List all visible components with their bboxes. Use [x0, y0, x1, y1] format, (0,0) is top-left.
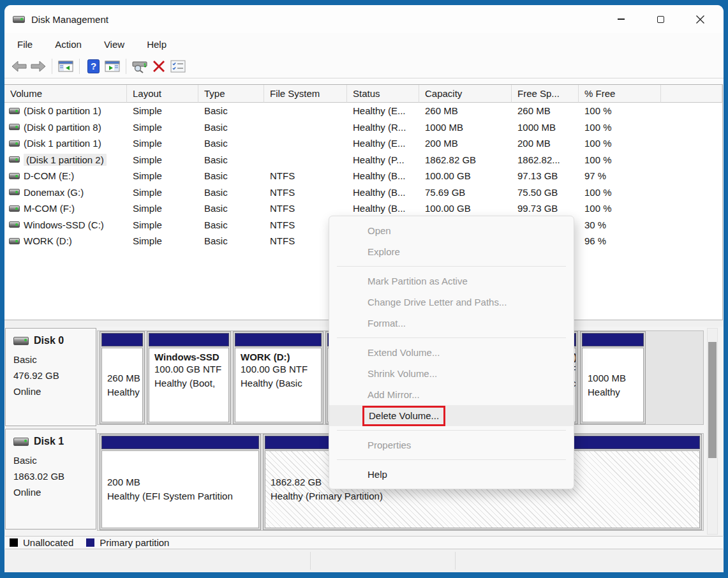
properties-list-button[interactable]: [168, 57, 188, 75]
menu-help[interactable]: Help: [138, 36, 175, 52]
toolbar-separator: [126, 59, 126, 74]
column-header-capacity[interactable]: Capacity: [419, 85, 512, 103]
app-disk-icon: [13, 16, 25, 23]
volume-icon: [9, 156, 20, 163]
table-row[interactable]: M-COM (F:) Simple Basic NTFS Healthy (B.…: [4, 200, 722, 217]
close-icon: [695, 15, 705, 24]
volume-icon: [9, 238, 20, 244]
menu-item-open: Open: [329, 220, 574, 241]
disk0-size: 476.92 GB: [13, 367, 96, 383]
disk0-status: Online: [13, 383, 96, 399]
menu-item-explore: Explore: [329, 241, 574, 262]
column-header-type[interactable]: Type: [198, 85, 264, 103]
disk0-name: Disk 0: [34, 335, 64, 346]
partition-disk0-p1[interactable]: 260 MB Healthy: [100, 331, 145, 424]
partition-disk0-recovery[interactable]: 1000 MB Healthy: [580, 331, 646, 424]
disk-search-icon: [131, 60, 149, 73]
partition-windows-ssd[interactable]: Windows-SSD 100.00 GB NTF Healthy (Boot,: [147, 331, 231, 424]
partition-work-d[interactable]: WORK (D:) 100.00 GB NTF Healthy (Basic: [233, 331, 323, 424]
primary-partition-bar: [101, 333, 143, 346]
forward-icon: [30, 60, 47, 73]
disk-search-button[interactable]: [130, 57, 149, 75]
volume-icon: [9, 108, 20, 114]
column-header-freespace[interactable]: Free Sp...: [512, 85, 579, 103]
minimize-icon: [618, 19, 625, 20]
menu-item-add-mirror: Add Mirror...: [329, 384, 574, 405]
red-annotation-box: Delete Volume...: [362, 406, 445, 426]
partition-disk1-efi[interactable]: 200 MB Healthy (EFI System Partition: [100, 434, 261, 530]
scrollbar-thumb[interactable]: [708, 342, 717, 458]
volume-list-header: Volume Layout Type File System Status Ca…: [4, 85, 722, 103]
back-icon: [11, 60, 27, 73]
table-row[interactable]: (Disk 0 partition 1) Simple Basic Health…: [4, 103, 722, 119]
primary-partition-bar: [582, 333, 644, 346]
column-header-volume[interactable]: Volume: [4, 85, 127, 103]
column-header-status[interactable]: Status: [347, 85, 419, 103]
primary-partition-bar: [101, 436, 259, 449]
volume-icon: [9, 221, 20, 228]
column-header-layout[interactable]: Layout: [127, 85, 198, 103]
table-row-selected[interactable]: (Disk 1 partition 2) Simple Basic Health…: [4, 152, 722, 168]
menu-item-properties: Properties: [329, 434, 574, 456]
menu-item-change-drive-letter: Change Drive Letter and Paths...: [329, 292, 574, 313]
disk-pane-scrollbar[interactable]: [707, 328, 718, 535]
forward-button[interactable]: [29, 57, 48, 75]
legend-bar: Unallocated Primary partition: [5, 536, 723, 549]
toolbar-separator: [52, 59, 52, 74]
title-bar: Disk Management: [4, 5, 724, 33]
column-header-pctfree[interactable]: % Free: [579, 85, 661, 103]
legend-primary-label: Primary partition: [100, 537, 169, 548]
volume-icon: [9, 173, 20, 179]
show-action-pane-button[interactable]: [103, 57, 122, 75]
disk1-label[interactable]: Disk 1 Basic 1863.02 GB Online: [5, 429, 96, 530]
disk1-kind: Basic: [13, 452, 96, 468]
menu-action[interactable]: Action: [47, 36, 90, 52]
unallocated-swatch: [10, 538, 18, 547]
column-header-filler: [661, 85, 722, 103]
menu-item-extend-volume: Extend Volume...: [329, 342, 574, 363]
disk-management-window: Disk Management File Action View Help: [4, 5, 724, 572]
menu-file[interactable]: File: [9, 36, 41, 52]
disk1-name: Disk 1: [34, 436, 64, 447]
help-button[interactable]: ?: [84, 57, 103, 75]
table-row[interactable]: D-COM (E:) Simple Basic NTFS Healthy (B.…: [4, 168, 722, 184]
disk1-status: Online: [13, 484, 96, 500]
menu-item-mark-active: Mark Partition as Active: [329, 270, 574, 292]
disk1-icon: [13, 438, 29, 446]
menu-item-delete-volume[interactable]: Delete Volume...: [329, 405, 574, 426]
show-console-tree-icon: [58, 60, 73, 73]
toolbar-separator: [79, 59, 80, 74]
menu-bar: File Action View Help: [4, 33, 724, 55]
legend-unallocated-label: Unallocated: [23, 537, 73, 548]
svg-text:?: ?: [90, 61, 96, 71]
close-button[interactable]: [680, 5, 720, 33]
menu-separator: [337, 266, 566, 267]
show-action-pane-icon: [105, 60, 120, 73]
volume-icon: [9, 124, 20, 130]
column-header-filesystem[interactable]: File System: [264, 85, 347, 103]
menu-separator: [337, 430, 566, 431]
minimize-button[interactable]: [601, 5, 641, 33]
menu-separator: [337, 337, 566, 338]
maximize-icon: [657, 16, 664, 23]
delete-button[interactable]: [149, 57, 168, 75]
back-button[interactable]: [10, 57, 29, 75]
table-row[interactable]: (Disk 1 partition 1) Simple Basic Health…: [4, 135, 722, 152]
show-console-tree-button[interactable]: [56, 57, 75, 75]
toolbar: ?: [4, 55, 724, 78]
disk1-size: 1863.02 GB: [13, 468, 96, 484]
help-icon: ?: [87, 59, 100, 73]
volume-icon: [9, 205, 20, 212]
delete-x-icon: [152, 60, 165, 73]
table-row[interactable]: (Disk 0 partition 8) Simple Basic Health…: [4, 119, 722, 136]
properties-list-icon: [170, 60, 186, 73]
disk0-label[interactable]: Disk 0 Basic 476.92 GB Online: [5, 328, 96, 426]
menu-item-help[interactable]: Help: [329, 464, 574, 485]
primary-partition-swatch: [86, 538, 94, 547]
menu-view[interactable]: View: [96, 36, 133, 52]
table-row[interactable]: Donemax (G:) Simple Basic NTFS Healthy (…: [4, 184, 722, 201]
volume-icon: [9, 189, 20, 195]
maximize-button[interactable]: [641, 5, 680, 33]
menu-separator: [337, 459, 566, 460]
primary-partition-bar: [235, 333, 322, 346]
